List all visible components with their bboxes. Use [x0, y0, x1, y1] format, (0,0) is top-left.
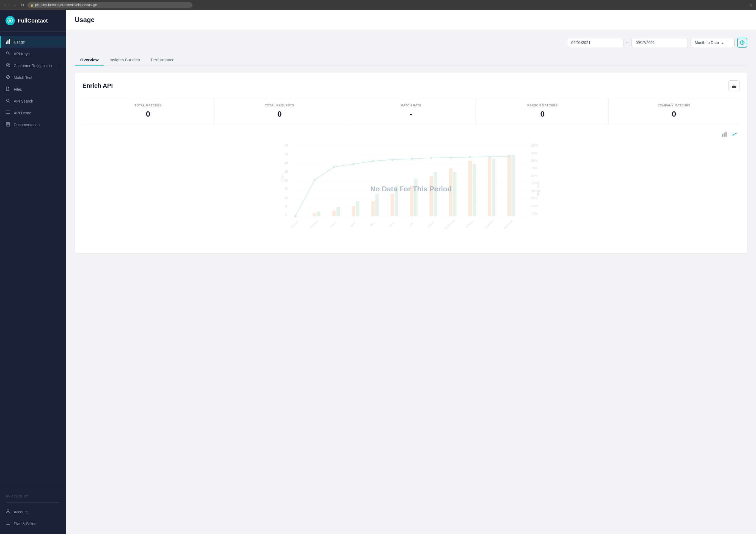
stat-total-matches-value: 0 — [87, 110, 209, 119]
sidebar-item-usage-label: Usage — [14, 40, 25, 44]
sidebar-item-match-test[interactable]: Match Test › — [0, 71, 66, 83]
svg-point-7 — [9, 64, 10, 65]
enrich-api-card: Enrich API TOTAL MATCHES 0 — [75, 72, 747, 253]
svg-rect-2 — [6, 42, 7, 44]
sidebar-item-api-demo-label: API Demo — [14, 111, 31, 115]
tabs-container: Overview Insights Bundles Performance — [75, 54, 747, 66]
back-button[interactable]: ← — [3, 2, 9, 8]
sidebar-item-account-label: Account — [14, 510, 28, 514]
date-range-select[interactable]: Month to Date ⌄ — [690, 38, 735, 47]
sidebar-item-customer-recognition[interactable]: Customer Recognition › — [0, 60, 66, 71]
tab-overview[interactable]: Overview — [75, 54, 104, 66]
sidebar-item-documentation[interactable]: Documentation — [0, 119, 66, 130]
start-date-input[interactable] — [567, 38, 624, 47]
forward-button[interactable]: → — [12, 2, 17, 8]
account-icon — [6, 509, 11, 515]
tab-overview-label: Overview — [80, 57, 99, 62]
chart-controls — [82, 130, 740, 139]
tab-performance[interactable]: Performance — [146, 54, 180, 66]
sidebar-item-api-demo[interactable]: API Demo — [0, 107, 66, 119]
url-bar[interactable]: 🔒 platform.fullcontact.com/developers/us… — [27, 2, 192, 8]
stat-match-rate-value: - — [350, 110, 472, 119]
date-range-chevron-icon: ⌄ — [721, 41, 724, 45]
sidebar-item-files[interactable]: Files — [0, 83, 66, 95]
sidebar-item-documentation-label: Documentation — [14, 123, 40, 127]
sidebar-item-match-test-label: Match Test — [14, 75, 32, 80]
api-search-icon — [6, 98, 11, 104]
stat-person-matches-value: 0 — [481, 110, 604, 119]
my-account-section-label: MY ACCOUNT — [0, 492, 66, 499]
stat-person-matches-label: PERSON MATCHES — [481, 104, 604, 107]
logo-icon — [6, 16, 15, 25]
svg-rect-11 — [6, 111, 10, 114]
tab-insights-bundles-label: Insights Bundles — [110, 57, 140, 62]
svg-point-5 — [6, 52, 9, 54]
sidebar-bottom: MY ACCOUNT Account Plan & Billing — [0, 488, 66, 534]
tab-insights-bundles[interactable]: Insights Bundles — [104, 54, 146, 66]
sidebar-item-files-label: Files — [14, 87, 22, 92]
stats-row: TOTAL MATCHES 0 TOTAL REQUESTS 0 MATCH R… — [82, 98, 740, 124]
stat-total-requests-value: 0 — [218, 110, 340, 119]
content-area: – Month to Date ⌄ Overview — [66, 30, 756, 261]
match-test-icon — [6, 75, 11, 80]
svg-rect-17 — [722, 134, 723, 137]
chart-line-button[interactable] — [731, 130, 740, 139]
svg-rect-4 — [9, 39, 10, 44]
customer-recognition-chevron-icon: › — [60, 64, 61, 67]
svg-rect-14 — [6, 522, 10, 525]
plan-billing-icon — [6, 521, 11, 526]
stat-match-rate: MATCH RATE - — [345, 98, 477, 124]
api-keys-icon — [6, 51, 11, 56]
sidebar-item-usage[interactable]: Usage — [0, 36, 66, 48]
chart-bar-button[interactable] — [720, 130, 729, 139]
tab-performance-label: Performance — [151, 57, 175, 62]
no-data-text: No Data For This Period — [370, 185, 452, 193]
stat-company-matches: COMPANY MATCHES 0 — [608, 98, 740, 124]
customer-recognition-icon — [6, 63, 11, 68]
filter-row: – Month to Date ⌄ — [75, 38, 747, 47]
browser-chrome: ← → ↻ 🔒 platform.fullcontact.com/develop… — [0, 0, 756, 10]
match-test-chevron-icon: › — [60, 76, 61, 79]
stat-match-rate-label: MATCH RATE — [350, 104, 472, 107]
sidebar-item-api-search[interactable]: API Search — [0, 95, 66, 107]
svg-rect-18 — [723, 133, 725, 137]
sidebar: FullContact Usage API Keys Customer Reco… — [0, 10, 66, 534]
logo-text: FullContact — [17, 17, 48, 24]
refresh-button[interactable] — [737, 38, 747, 47]
sidebar-item-plan-billing[interactable]: Plan & Billing — [0, 518, 66, 530]
no-data-overlay: No Data For This Period — [82, 141, 740, 237]
files-icon — [6, 87, 11, 92]
svg-rect-3 — [8, 41, 9, 44]
stat-person-matches: PERSON MATCHES 0 — [477, 98, 608, 124]
reload-button[interactable]: ↻ — [20, 2, 25, 8]
end-date-input[interactable] — [632, 38, 688, 47]
svg-rect-19 — [725, 132, 727, 137]
stat-total-matches: TOTAL MATCHES 0 — [82, 98, 214, 124]
stat-company-matches-value: 0 — [613, 110, 735, 119]
url-text: platform.fullcontact.com/developers/usag… — [35, 3, 97, 7]
app-wrapper: FullContact Usage API Keys Customer Reco… — [0, 10, 756, 534]
chart-wrapper: No Data For This Period 40 35 30 25 20 1… — [82, 141, 740, 245]
page-header: Usage — [66, 10, 756, 30]
lock-icon: 🔒 — [30, 4, 34, 7]
sidebar-divider — [6, 502, 61, 503]
usage-icon — [6, 39, 11, 44]
stat-total-requests-label: TOTAL REQUESTS — [218, 104, 340, 107]
sidebar-item-api-keys[interactable]: API Keys — [0, 48, 66, 60]
sidebar-item-api-search-label: API Search — [14, 99, 33, 103]
sidebar-logo: FullContact — [0, 10, 66, 32]
main-content: Usage – Month to Date ⌄ — [66, 10, 756, 534]
svg-point-6 — [7, 64, 8, 65]
sidebar-item-account[interactable]: Account — [0, 506, 66, 518]
date-range-label: Month to Date — [695, 41, 719, 45]
enrich-api-title: Enrich API — [82, 82, 113, 89]
sidebar-nav: Usage API Keys Customer Recognition › M — [0, 32, 66, 488]
api-demo-icon — [6, 110, 11, 116]
sidebar-item-plan-billing-label: Plan & Billing — [14, 521, 37, 526]
stat-company-matches-label: COMPANY MATCHES — [613, 104, 735, 107]
stat-total-matches-label: TOTAL MATCHES — [87, 104, 209, 107]
download-button[interactable] — [729, 80, 740, 91]
bookmark-icon[interactable]: ☆ — [749, 3, 753, 8]
date-separator: – — [626, 40, 629, 45]
svg-point-1 — [9, 19, 11, 22]
